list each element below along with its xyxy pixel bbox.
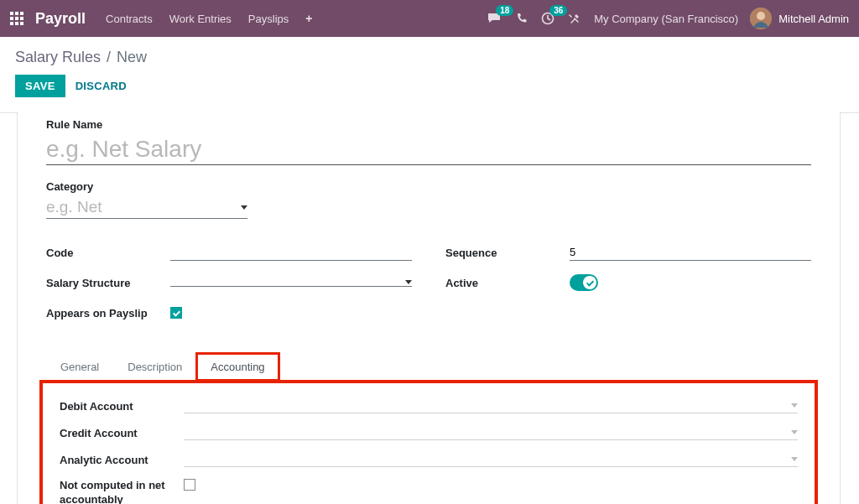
not-computed-label: Not computed in net accountably xyxy=(60,479,184,504)
tab-description[interactable]: Description xyxy=(113,353,196,380)
nav-link-work-entries[interactable]: Work Entries xyxy=(169,13,232,25)
chevron-down-icon xyxy=(241,205,247,210)
category-label: Category xyxy=(46,180,811,193)
activities-icon[interactable]: 36 xyxy=(541,12,554,25)
form-scroll-area[interactable]: Rule Name Category e.g. Net Code Salary … xyxy=(0,112,859,504)
chevron-down-icon xyxy=(791,457,798,461)
chevron-down-icon xyxy=(791,430,798,434)
breadcrumb-current: New xyxy=(117,49,147,65)
code-input[interactable] xyxy=(170,244,412,261)
sequence-label: Sequence xyxy=(445,247,570,259)
avatar[interactable] xyxy=(750,8,772,29)
active-label: Active xyxy=(445,277,570,289)
form-sheet: Rule Name Category e.g. Net Code Salary … xyxy=(17,112,841,504)
analytic-account-label: Analytic Account xyxy=(60,454,184,466)
chevron-down-icon xyxy=(405,280,412,284)
app-brand[interactable]: Payroll xyxy=(35,10,86,28)
user-menu[interactable]: Mitchell Admin xyxy=(778,13,849,25)
tab-accounting[interactable]: Accounting xyxy=(196,353,279,381)
save-button[interactable]: SAVE xyxy=(15,75,65,97)
discard-button[interactable]: DISCARD xyxy=(75,80,127,92)
messages-icon[interactable]: 18 xyxy=(487,12,502,25)
messages-badge: 18 xyxy=(496,5,513,16)
tools-icon[interactable] xyxy=(568,13,580,25)
sequence-input[interactable] xyxy=(570,244,811,261)
analytic-account-select[interactable] xyxy=(184,452,798,467)
appears-on-payslip-label: Appears on Payslip xyxy=(46,307,170,320)
top-navbar: Payroll Contracts Work Entries Payslips … xyxy=(0,0,859,37)
activities-badge: 36 xyxy=(549,5,567,16)
nav-new-icon[interactable]: + xyxy=(305,12,312,25)
accounting-tab-panel: Debit Account Credit Account Analytic Ac… xyxy=(39,380,818,504)
active-toggle[interactable] xyxy=(570,274,598,291)
credit-account-select[interactable] xyxy=(184,425,798,440)
check-icon xyxy=(586,279,593,286)
control-panel: Salary Rules / New SAVE DISCARD xyxy=(0,37,859,104)
company-selector[interactable]: My Company (San Francisco) xyxy=(594,13,738,25)
chevron-down-icon xyxy=(791,403,798,408)
svg-point-2 xyxy=(757,12,765,20)
debit-account-label: Debit Account xyxy=(60,400,184,413)
debit-account-select[interactable] xyxy=(184,398,798,413)
nav-link-payslips[interactable]: Payslips xyxy=(248,13,289,25)
salary-structure-select[interactable] xyxy=(170,278,412,287)
rule-name-input[interactable] xyxy=(46,134,811,165)
nav-link-contracts[interactable]: Contracts xyxy=(106,13,153,25)
category-select[interactable]: e.g. Net xyxy=(46,196,247,219)
salary-structure-label: Salary Structure xyxy=(46,277,170,289)
tabs: General Description Accounting xyxy=(46,353,811,381)
code-label: Code xyxy=(46,247,170,259)
apps-icon[interactable] xyxy=(10,12,23,25)
credit-account-label: Credit Account xyxy=(60,427,184,439)
breadcrumb-parent[interactable]: Salary Rules xyxy=(15,49,101,65)
category-placeholder: e.g. Net xyxy=(46,198,102,216)
tab-general[interactable]: General xyxy=(46,353,113,380)
breadcrumb: Salary Rules / New xyxy=(15,49,844,66)
phone-icon[interactable] xyxy=(516,13,528,24)
not-computed-checkbox[interactable] xyxy=(184,479,195,491)
appears-on-payslip-checkbox[interactable] xyxy=(170,307,182,319)
rule-name-label: Rule Name xyxy=(46,118,811,131)
